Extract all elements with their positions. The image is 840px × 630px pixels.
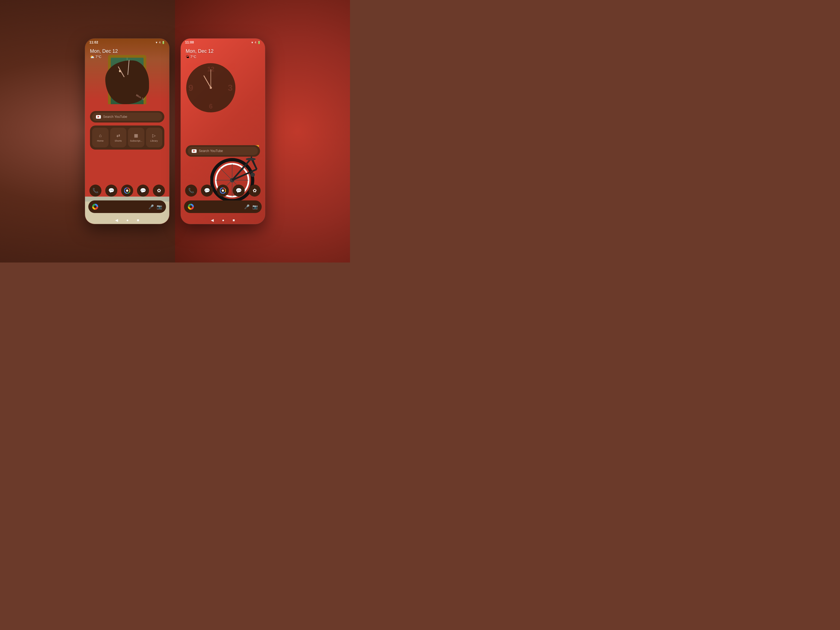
yt-nav-home[interactable]: ⌂ Home bbox=[92, 128, 109, 147]
dock-apps-2: 📞 💬 💬 ✿ bbox=[185, 185, 261, 197]
svg-point-1 bbox=[126, 189, 128, 192]
yt-nav-home-label: Home bbox=[97, 139, 104, 142]
yt-search-widget-1[interactable]: Search YouTube bbox=[90, 111, 164, 123]
yt-nav-library[interactable]: ▷ Library bbox=[146, 128, 163, 147]
clock-hour-hand-2 bbox=[204, 75, 212, 88]
dock-whatsapp-1[interactable]: 💬 bbox=[137, 185, 149, 197]
signal-icon-1: 4 bbox=[159, 41, 161, 44]
google-logo-2 bbox=[188, 204, 194, 210]
dock-phone-1[interactable]: 📞 bbox=[89, 185, 101, 197]
back-button-1[interactable]: ◀ bbox=[115, 218, 118, 222]
home-button-2[interactable]: ● bbox=[222, 218, 224, 222]
dock-chat-1[interactable]: 💬 bbox=[105, 185, 117, 197]
status-bar-1: 11:02 ▼ 4 🔋 bbox=[85, 39, 169, 46]
battery-icon-1: 🔋 bbox=[162, 41, 165, 44]
dock-chrome-2[interactable] bbox=[217, 185, 229, 197]
date-widget-2: Mon, Dec 12 🌤 7°C bbox=[186, 48, 213, 59]
recents-button-2[interactable]: ■ bbox=[233, 218, 235, 222]
yt-nav-shorts-label: Shorts bbox=[115, 139, 122, 142]
weather-icon-2: 🌤 bbox=[186, 55, 189, 59]
recents-button-1[interactable]: ■ bbox=[137, 218, 139, 222]
status-icons-1: ▼ 4 🔋 bbox=[155, 41, 165, 44]
dock-fan-1[interactable]: ✿ bbox=[153, 185, 165, 197]
library-icon: ▷ bbox=[152, 133, 156, 138]
svg-point-15 bbox=[246, 158, 256, 161]
weather-icon-1: ⛅ bbox=[90, 55, 94, 59]
yt-search-text-2[interactable]: Search YouTube bbox=[199, 149, 223, 153]
signal-icon-2: 4 bbox=[254, 41, 256, 44]
clock-minute-hand-2 bbox=[210, 69, 211, 88]
clock-center-2 bbox=[210, 87, 212, 89]
weather-row-2: 🌤 7°C bbox=[186, 55, 213, 59]
back-button-2[interactable]: ◀ bbox=[211, 218, 214, 222]
dock-apps-1: 📞 💬 💬 ✿ bbox=[89, 185, 165, 197]
g-letter-1 bbox=[94, 205, 96, 208]
dock-whatsapp-2[interactable]: 💬 bbox=[233, 185, 245, 197]
wifi-icon-1: ▼ bbox=[155, 41, 158, 44]
status-time-2: 11:00 bbox=[185, 41, 194, 44]
mic-icon-1[interactable]: 🎤 bbox=[148, 204, 154, 210]
shorts-icon: ⇄ bbox=[117, 133, 120, 138]
dock-fan-2[interactable]: ✿ bbox=[249, 185, 261, 197]
phones-container: 11:02 ▼ 4 🔋 Mon, Dec 12 ⛅ 7°C bbox=[85, 38, 265, 224]
yt-play-icon-2 bbox=[193, 150, 195, 152]
g-letter-2 bbox=[189, 205, 192, 208]
status-time-1: 11:02 bbox=[89, 41, 98, 44]
yt-play-icon-1 bbox=[98, 116, 99, 118]
google-logo-1 bbox=[92, 204, 98, 210]
yt-search-text-1[interactable]: Search YouTube bbox=[103, 115, 127, 119]
svg-line-14 bbox=[253, 160, 257, 169]
yt-nav-widget: ⌂ Home ⇄ Shorts ▦ Subscript... ▷ Library bbox=[90, 126, 164, 150]
clock-blob-bg: Mon 12 bbox=[105, 60, 149, 104]
status-icons-2: ▼ 4 🔋 bbox=[251, 41, 261, 44]
phone-1: 11:02 ▼ 4 🔋 Mon, Dec 12 ⛅ 7°C bbox=[85, 38, 169, 224]
weather-temp-1: 7°C bbox=[95, 55, 101, 59]
weather-temp-2: 7°C bbox=[190, 55, 196, 59]
wifi-icon-2: ▼ bbox=[251, 41, 254, 44]
date-text-2: Mon, Dec 12 bbox=[186, 48, 213, 54]
date-text-1: Mon, Dec 12 bbox=[90, 48, 118, 54]
phone-2: 11:00 ▼ 4 🔋 Mon, Dec 12 🌤 7°C 12 3 6 9 bbox=[180, 38, 265, 224]
home-button-1[interactable]: ● bbox=[126, 218, 128, 222]
yt-search-inner-2[interactable]: Search YouTube bbox=[188, 147, 258, 155]
yt-logo-1 bbox=[96, 115, 101, 119]
nav-bar-2: ◀ ● ■ bbox=[211, 218, 235, 222]
dock-chat-2[interactable]: 💬 bbox=[201, 185, 213, 197]
yt-nav-shorts[interactable]: ⇄ Shorts bbox=[110, 128, 126, 147]
yt-nav-subscriptions-label: Subscript... bbox=[130, 139, 142, 142]
clock-widget-1[interactable]: Mon 12 bbox=[105, 60, 149, 104]
clock-num-3: 3 bbox=[228, 83, 233, 93]
google-bar-1[interactable]: 🎤 📷 bbox=[88, 201, 166, 213]
lens-icon-1[interactable]: 📷 bbox=[157, 204, 162, 210]
yt-search-widget-2[interactable]: Search YouTube bbox=[186, 145, 260, 157]
home-icon: ⌂ bbox=[99, 133, 102, 138]
status-bar-2: 11:00 ▼ 4 🔋 bbox=[181, 39, 265, 46]
yt-nav-grid: ⌂ Home ⇄ Shorts ▦ Subscript... ▷ Library bbox=[92, 128, 162, 147]
dock-chrome-1[interactable] bbox=[121, 185, 133, 197]
date-widget-1: Mon, Dec 12 ⛅ 7°C bbox=[90, 48, 118, 59]
yt-nav-library-label: Library bbox=[150, 139, 158, 142]
yt-logo-2 bbox=[192, 149, 197, 153]
subscriptions-icon: ▦ bbox=[134, 133, 138, 138]
dock-phone-2[interactable]: 📞 bbox=[185, 185, 197, 197]
svg-point-16 bbox=[251, 172, 255, 177]
clock-circle: 12 3 6 9 bbox=[186, 63, 235, 112]
hour-hand bbox=[118, 66, 125, 77]
svg-point-18 bbox=[222, 189, 224, 192]
yt-search-inner-1[interactable]: Search YouTube bbox=[92, 113, 162, 121]
nav-bar-1: ◀ ● ■ bbox=[115, 218, 139, 222]
yt-nav-subscriptions[interactable]: ▦ Subscript... bbox=[128, 128, 144, 147]
clock-widget-2[interactable]: 12 3 6 9 bbox=[186, 63, 235, 112]
weather-row-1: ⛅ 7°C bbox=[90, 55, 118, 59]
mic-icon-2[interactable]: 🎤 bbox=[244, 204, 249, 210]
battery-icon-2: 🔋 bbox=[257, 41, 261, 44]
minute-hand bbox=[128, 60, 129, 75]
lens-icon-2[interactable]: 📷 bbox=[253, 204, 258, 210]
clock-num-6: 6 bbox=[209, 103, 212, 110]
clock-num-9: 9 bbox=[188, 83, 193, 93]
google-bar-2[interactable]: 🎤 📷 bbox=[184, 201, 262, 213]
